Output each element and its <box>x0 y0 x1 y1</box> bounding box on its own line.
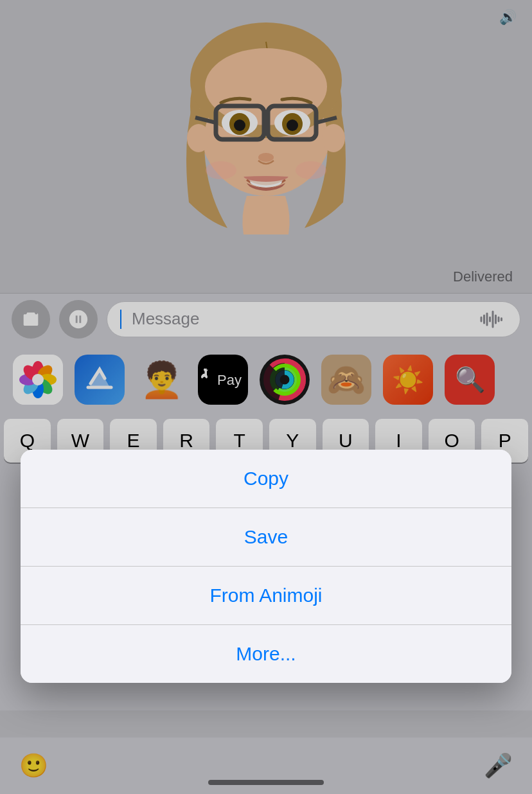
context-menu-copy[interactable]: Copy <box>21 450 511 508</box>
context-menu-from-animoji[interactable]: From Animoji <box>21 567 511 625</box>
context-menu: Copy Save From Animoji More... <box>21 450 511 683</box>
context-menu-save[interactable]: Save <box>21 508 511 567</box>
context-menu-more[interactable]: More... <box>21 625 511 683</box>
